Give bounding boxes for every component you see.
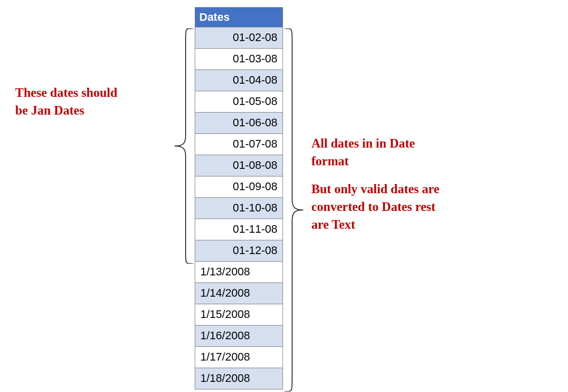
table-row: 1/18/2008 xyxy=(195,368,283,389)
annotation-left-line1: These dates should xyxy=(15,84,167,101)
brace-left-icon xyxy=(171,28,194,264)
annotation-spacer xyxy=(311,170,504,180)
table-row: 1/17/2008 xyxy=(195,347,283,368)
table-row: 1/14/2008 xyxy=(195,283,283,304)
annotation-right-line3: But only valid dates are xyxy=(311,180,504,198)
table-row: 01-02-08 xyxy=(195,27,283,49)
annotation-right-line2: format xyxy=(311,152,504,170)
table-row: 01-03-08 xyxy=(195,49,283,70)
table-row: 01-07-08 xyxy=(195,134,283,155)
table-row: 1/16/2008 xyxy=(195,326,283,347)
table-row: 01-09-08 xyxy=(195,176,283,198)
brace-right-icon xyxy=(284,28,306,391)
table-row: 01-05-08 xyxy=(195,91,283,113)
dates-table: Dates 01-02-0801-03-0801-04-0801-05-0801… xyxy=(195,7,283,389)
annotation-right: All dates in in Date format But only val… xyxy=(311,134,504,233)
table-row: 01-11-08 xyxy=(195,219,283,240)
table-row: 01-06-08 xyxy=(195,113,283,134)
table-row: 01-08-08 xyxy=(195,155,283,176)
table-row: 01-04-08 xyxy=(195,70,283,91)
table-body: 01-02-0801-03-0801-04-0801-05-0801-06-08… xyxy=(195,27,283,389)
annotation-right-line1: All dates in in Date xyxy=(311,134,504,152)
table-row: 1/15/2008 xyxy=(195,304,283,326)
page-container: These dates should be Jan Dates Dates 01… xyxy=(0,0,568,392)
annotation-left-line2: be Jan Dates xyxy=(15,101,167,119)
annotation-left: These dates should be Jan Dates xyxy=(15,84,167,119)
table-row: 01-12-08 xyxy=(195,240,283,262)
annotation-right-line4: converted to Dates rest xyxy=(311,198,504,216)
table-row: 1/13/2008 xyxy=(195,262,283,283)
table-row: 01-10-08 xyxy=(195,198,283,219)
table-header: Dates xyxy=(195,7,283,27)
annotation-right-line5: are Text xyxy=(311,216,504,233)
